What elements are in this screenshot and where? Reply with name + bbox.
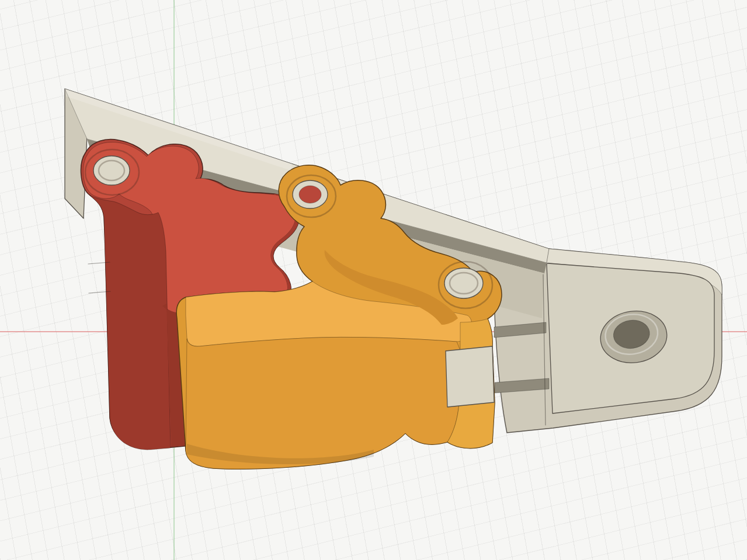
model-canvas[interactable] [0,0,747,560]
red-arm-front-face[interactable] [89,195,171,450]
bracket-hinge-knuckle[interactable] [446,346,494,407]
cad-viewport[interactable] [0,0,747,560]
yellow-body-front-face[interactable] [186,337,460,469]
yellow-top-pin-center[interactable] [299,186,321,203]
